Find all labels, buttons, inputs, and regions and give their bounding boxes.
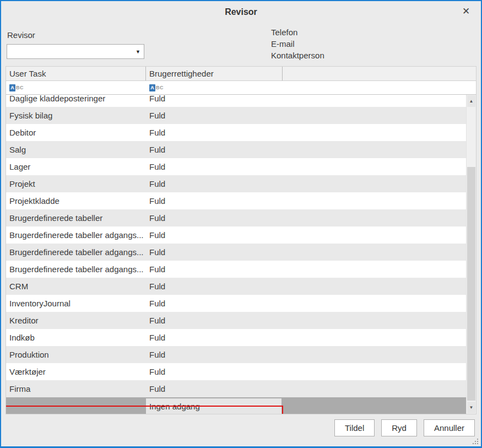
cell-empty[interactable] — [283, 380, 467, 397]
cell-empty[interactable] — [283, 244, 467, 261]
table-row[interactable]: KreditorFuld — [6, 312, 467, 329]
cell-user-task[interactable]: Indkøb — [6, 329, 146, 346]
cell-empty[interactable] — [283, 107, 467, 124]
cell-empty[interactable] — [283, 329, 467, 346]
table-row[interactable]: Brugerdefinerede tabeller adgangs...Fuld — [6, 261, 467, 278]
cell-user-task[interactable]: Kreditor — [6, 312, 146, 329]
cell-brugerrettigheder[interactable]: Fuld — [146, 261, 283, 278]
cell-user-task[interactable]: Værktøjer — [6, 363, 146, 380]
cell-brugerrettigheder[interactable]: Fuld — [146, 346, 283, 363]
cell-user-task[interactable]: Lager — [6, 158, 146, 175]
table-row[interactable]: DebitorFuld — [6, 124, 467, 141]
table-row[interactable]: ProjektkladdeFuld — [6, 192, 467, 209]
tildel-button[interactable]: Tildel — [334, 419, 375, 436]
table-row[interactable]: LagerFuld — [6, 158, 467, 175]
cell-empty[interactable] — [283, 95, 467, 107]
telefon-label: Telefon — [271, 26, 324, 38]
ryd-button[interactable]: Ryd — [381, 419, 417, 436]
resize-grip-icon[interactable] — [477, 443, 478, 444]
cell-user-task[interactable]: Projekt — [6, 175, 146, 192]
cell-brugerrettigheder[interactable]: Fuld — [146, 312, 283, 329]
cell-user-task[interactable]: Fysisk bilag — [6, 107, 146, 124]
scrollbar-thumb[interactable] — [467, 167, 475, 401]
column-header-empty[interactable] — [283, 67, 476, 80]
cell-empty[interactable] — [283, 261, 467, 278]
filter-cell-empty[interactable] — [283, 81, 476, 94]
cell-user-task[interactable]: InventoryJournal — [6, 295, 146, 312]
table-row[interactable]: Brugerdefinerede tabeller adgangs...Fuld — [6, 244, 467, 261]
table-row-selected[interactable]: Ingen adgang — [6, 397, 467, 414]
cell-user-task[interactable]: Brugerdefinerede tabeller adgangs... — [6, 261, 146, 278]
filter-cell-brugerrettigheder[interactable]: ABC — [146, 81, 283, 94]
cell-empty[interactable] — [283, 124, 467, 141]
cell-brugerrettigheder[interactable]: Fuld — [146, 192, 283, 209]
filter-cell-user-task[interactable]: ABC — [6, 81, 146, 94]
cell-brugerrettigheder[interactable]: Fuld — [146, 226, 283, 244]
cell-brugerrettigheder[interactable]: Fuld — [146, 380, 283, 397]
cell-brugerrettigheder[interactable]: Fuld — [146, 278, 283, 295]
chevron-down-icon[interactable]: ▼ — [136, 45, 140, 58]
cell-empty[interactable] — [281, 397, 467, 414]
table-row[interactable]: FirmaFuld — [6, 380, 467, 397]
column-header-user-task[interactable]: User Task — [6, 67, 146, 80]
cell-user-task[interactable]: Salg — [6, 141, 146, 158]
cell-empty[interactable] — [283, 141, 467, 158]
cell-user-task[interactable]: Firma — [6, 380, 146, 397]
cell-brugerrettigheder[interactable]: Fuld — [146, 95, 283, 107]
cell-brugerrettigheder[interactable]: Fuld — [146, 295, 283, 312]
cell-user-task[interactable]: Brugerdefinerede tabeller adgangs... — [6, 244, 146, 261]
user-task-grid: User Task Brugerrettigheder ABC ABC Dagl… — [6, 66, 476, 414]
table-row[interactable]: SalgFuld — [6, 141, 467, 158]
cell-empty[interactable] — [283, 226, 467, 244]
table-row[interactable]: IndkøbFuld — [6, 329, 467, 346]
vertical-scrollbar[interactable]: ▲ ▼ — [466, 95, 476, 414]
cell-brugerrettigheder[interactable]: Fuld — [146, 158, 283, 175]
auto-filter-row[interactable]: ABC ABC — [6, 81, 476, 95]
table-row[interactable]: Daglige kladdeposteringerFuld — [6, 95, 467, 107]
cell-empty[interactable] — [283, 278, 467, 295]
cell-brugerrettigheder[interactable]: Fuld — [146, 175, 283, 192]
contact-labels: Telefon E-mail Kontaktperson — [271, 26, 324, 61]
cell-user-task[interactable]: Brugerdefinerede tabeller — [6, 209, 146, 226]
cell-user-task[interactable]: Projektkladde — [6, 192, 146, 209]
table-row[interactable]: InventoryJournalFuld — [6, 295, 467, 312]
cell-brugerrettigheder[interactable]: Fuld — [146, 124, 283, 141]
close-icon[interactable]: ✕ — [460, 6, 472, 18]
cell-user-task[interactable] — [6, 397, 146, 414]
cell-brugerrettigheder[interactable]: Fuld — [146, 363, 283, 380]
annuller-button[interactable]: Annuller — [424, 419, 475, 436]
cell-user-task[interactable]: CRM — [6, 278, 146, 295]
scroll-up-icon[interactable]: ▲ — [467, 95, 475, 107]
table-row[interactable]: Fysisk bilagFuld — [6, 107, 467, 124]
cell-empty[interactable] — [283, 158, 467, 175]
cell-user-task[interactable]: Produktion — [6, 346, 146, 363]
revisor-combobox[interactable]: ▼ — [7, 44, 144, 59]
footer-buttons: Tildel Ryd Annuller — [1, 419, 475, 437]
cell-brugerrettigheder[interactable]: Fuld — [146, 209, 283, 226]
table-row[interactable]: Brugerdefinerede tabeller adgangs...Fuld — [6, 226, 467, 244]
cell-brugerrettigheder[interactable]: Fuld — [146, 107, 283, 124]
cell-brugerrettigheder[interactable]: Fuld — [146, 329, 283, 346]
cell-brugerrettigheder[interactable]: Ingen adgang — [146, 398, 281, 414]
cell-empty[interactable] — [283, 192, 467, 209]
cell-user-task[interactable]: Brugerdefinerede tabeller adgangs... — [6, 226, 146, 244]
cell-user-task[interactable]: Daglige kladdeposteringer — [6, 95, 146, 107]
cell-empty[interactable] — [283, 346, 467, 363]
cell-empty[interactable] — [283, 175, 467, 192]
table-row[interactable]: ProjektFuld — [6, 175, 467, 192]
cell-empty[interactable] — [283, 312, 467, 329]
table-row[interactable]: ProduktionFuld — [6, 346, 467, 363]
table-row[interactable]: CRMFuld — [6, 278, 467, 295]
table-row[interactable]: Brugerdefinerede tabellerFuld — [6, 209, 467, 226]
cell-user-task[interactable]: Debitor — [6, 124, 146, 141]
cell-brugerrettigheder[interactable]: Fuld — [146, 141, 283, 158]
cell-brugerrettigheder[interactable]: Fuld — [146, 244, 283, 261]
email-label: E-mail — [271, 38, 324, 50]
column-header-brugerrettigheder[interactable]: Brugerrettigheder — [146, 67, 283, 80]
kontaktperson-label: Kontaktperson — [271, 50, 324, 61]
cell-empty[interactable] — [283, 295, 467, 312]
scroll-down-icon[interactable]: ▼ — [467, 402, 475, 413]
cell-empty[interactable] — [283, 363, 467, 380]
table-row[interactable]: VærktøjerFuld — [6, 363, 467, 380]
cell-empty[interactable] — [283, 209, 467, 226]
